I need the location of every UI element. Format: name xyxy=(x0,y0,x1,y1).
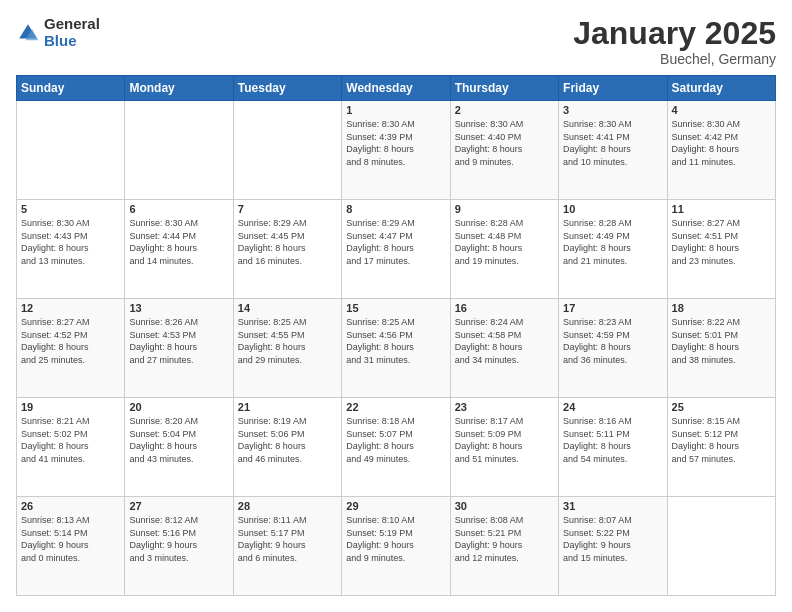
day-cell: 6Sunrise: 8:30 AM Sunset: 4:44 PM Daylig… xyxy=(125,200,233,299)
day-info: Sunrise: 8:18 AM Sunset: 5:07 PM Dayligh… xyxy=(346,415,445,465)
day-cell: 13Sunrise: 8:26 AM Sunset: 4:53 PM Dayli… xyxy=(125,299,233,398)
day-cell: 23Sunrise: 8:17 AM Sunset: 5:09 PM Dayli… xyxy=(450,398,558,497)
logo-general: General xyxy=(44,16,100,33)
weekday-header-monday: Monday xyxy=(125,76,233,101)
page: General Blue January 2025 Buechel, Germa… xyxy=(0,0,792,612)
calendar: SundayMondayTuesdayWednesdayThursdayFrid… xyxy=(16,75,776,596)
day-cell: 31Sunrise: 8:07 AM Sunset: 5:22 PM Dayli… xyxy=(559,497,667,596)
day-cell: 12Sunrise: 8:27 AM Sunset: 4:52 PM Dayli… xyxy=(17,299,125,398)
day-number: 30 xyxy=(455,500,554,512)
day-number: 27 xyxy=(129,500,228,512)
day-info: Sunrise: 8:30 AM Sunset: 4:39 PM Dayligh… xyxy=(346,118,445,168)
day-info: Sunrise: 8:13 AM Sunset: 5:14 PM Dayligh… xyxy=(21,514,120,564)
day-number: 25 xyxy=(672,401,771,413)
week-row-2: 5Sunrise: 8:30 AM Sunset: 4:43 PM Daylig… xyxy=(17,200,776,299)
day-cell: 29Sunrise: 8:10 AM Sunset: 5:19 PM Dayli… xyxy=(342,497,450,596)
day-info: Sunrise: 8:30 AM Sunset: 4:44 PM Dayligh… xyxy=(129,217,228,267)
day-info: Sunrise: 8:30 AM Sunset: 4:42 PM Dayligh… xyxy=(672,118,771,168)
day-number: 26 xyxy=(21,500,120,512)
day-info: Sunrise: 8:22 AM Sunset: 5:01 PM Dayligh… xyxy=(672,316,771,366)
day-number: 10 xyxy=(563,203,662,215)
day-cell xyxy=(667,497,775,596)
day-number: 22 xyxy=(346,401,445,413)
day-info: Sunrise: 8:17 AM Sunset: 5:09 PM Dayligh… xyxy=(455,415,554,465)
day-number: 29 xyxy=(346,500,445,512)
day-info: Sunrise: 8:25 AM Sunset: 4:55 PM Dayligh… xyxy=(238,316,337,366)
calendar-header: SundayMondayTuesdayWednesdayThursdayFrid… xyxy=(17,76,776,101)
day-info: Sunrise: 8:30 AM Sunset: 4:40 PM Dayligh… xyxy=(455,118,554,168)
day-number: 23 xyxy=(455,401,554,413)
day-cell: 11Sunrise: 8:27 AM Sunset: 4:51 PM Dayli… xyxy=(667,200,775,299)
day-cell: 9Sunrise: 8:28 AM Sunset: 4:48 PM Daylig… xyxy=(450,200,558,299)
day-info: Sunrise: 8:12 AM Sunset: 5:16 PM Dayligh… xyxy=(129,514,228,564)
logo: General Blue xyxy=(16,16,100,49)
day-cell: 25Sunrise: 8:15 AM Sunset: 5:12 PM Dayli… xyxy=(667,398,775,497)
month-title: January 2025 xyxy=(573,16,776,51)
day-number: 12 xyxy=(21,302,120,314)
weekday-header-sunday: Sunday xyxy=(17,76,125,101)
day-info: Sunrise: 8:30 AM Sunset: 4:43 PM Dayligh… xyxy=(21,217,120,267)
day-number: 9 xyxy=(455,203,554,215)
logo-text: General Blue xyxy=(44,16,100,49)
logo-icon xyxy=(16,21,40,45)
day-cell: 10Sunrise: 8:28 AM Sunset: 4:49 PM Dayli… xyxy=(559,200,667,299)
week-row-3: 12Sunrise: 8:27 AM Sunset: 4:52 PM Dayli… xyxy=(17,299,776,398)
day-cell: 21Sunrise: 8:19 AM Sunset: 5:06 PM Dayli… xyxy=(233,398,341,497)
day-number: 19 xyxy=(21,401,120,413)
day-cell: 18Sunrise: 8:22 AM Sunset: 5:01 PM Dayli… xyxy=(667,299,775,398)
day-cell: 24Sunrise: 8:16 AM Sunset: 5:11 PM Dayli… xyxy=(559,398,667,497)
day-number: 2 xyxy=(455,104,554,116)
weekday-header-saturday: Saturday xyxy=(667,76,775,101)
day-cell: 8Sunrise: 8:29 AM Sunset: 4:47 PM Daylig… xyxy=(342,200,450,299)
day-cell: 14Sunrise: 8:25 AM Sunset: 4:55 PM Dayli… xyxy=(233,299,341,398)
day-number: 6 xyxy=(129,203,228,215)
day-cell: 16Sunrise: 8:24 AM Sunset: 4:58 PM Dayli… xyxy=(450,299,558,398)
weekday-row: SundayMondayTuesdayWednesdayThursdayFrid… xyxy=(17,76,776,101)
day-info: Sunrise: 8:29 AM Sunset: 4:47 PM Dayligh… xyxy=(346,217,445,267)
header: General Blue January 2025 Buechel, Germa… xyxy=(16,16,776,67)
day-cell: 15Sunrise: 8:25 AM Sunset: 4:56 PM Dayli… xyxy=(342,299,450,398)
day-info: Sunrise: 8:15 AM Sunset: 5:12 PM Dayligh… xyxy=(672,415,771,465)
day-number: 11 xyxy=(672,203,771,215)
day-number: 7 xyxy=(238,203,337,215)
day-info: Sunrise: 8:20 AM Sunset: 5:04 PM Dayligh… xyxy=(129,415,228,465)
day-number: 28 xyxy=(238,500,337,512)
day-cell: 28Sunrise: 8:11 AM Sunset: 5:17 PM Dayli… xyxy=(233,497,341,596)
week-row-4: 19Sunrise: 8:21 AM Sunset: 5:02 PM Dayli… xyxy=(17,398,776,497)
day-cell: 30Sunrise: 8:08 AM Sunset: 5:21 PM Dayli… xyxy=(450,497,558,596)
day-info: Sunrise: 8:16 AM Sunset: 5:11 PM Dayligh… xyxy=(563,415,662,465)
day-info: Sunrise: 8:26 AM Sunset: 4:53 PM Dayligh… xyxy=(129,316,228,366)
weekday-header-friday: Friday xyxy=(559,76,667,101)
day-number: 20 xyxy=(129,401,228,413)
day-number: 17 xyxy=(563,302,662,314)
logo-blue: Blue xyxy=(44,33,100,50)
day-info: Sunrise: 8:23 AM Sunset: 4:59 PM Dayligh… xyxy=(563,316,662,366)
day-cell: 26Sunrise: 8:13 AM Sunset: 5:14 PM Dayli… xyxy=(17,497,125,596)
day-info: Sunrise: 8:27 AM Sunset: 4:51 PM Dayligh… xyxy=(672,217,771,267)
day-info: Sunrise: 8:21 AM Sunset: 5:02 PM Dayligh… xyxy=(21,415,120,465)
day-number: 15 xyxy=(346,302,445,314)
weekday-header-wednesday: Wednesday xyxy=(342,76,450,101)
day-cell: 19Sunrise: 8:21 AM Sunset: 5:02 PM Dayli… xyxy=(17,398,125,497)
day-info: Sunrise: 8:27 AM Sunset: 4:52 PM Dayligh… xyxy=(21,316,120,366)
day-cell: 3Sunrise: 8:30 AM Sunset: 4:41 PM Daylig… xyxy=(559,101,667,200)
day-info: Sunrise: 8:07 AM Sunset: 5:22 PM Dayligh… xyxy=(563,514,662,564)
day-info: Sunrise: 8:10 AM Sunset: 5:19 PM Dayligh… xyxy=(346,514,445,564)
day-cell: 4Sunrise: 8:30 AM Sunset: 4:42 PM Daylig… xyxy=(667,101,775,200)
day-info: Sunrise: 8:28 AM Sunset: 4:48 PM Dayligh… xyxy=(455,217,554,267)
day-cell: 20Sunrise: 8:20 AM Sunset: 5:04 PM Dayli… xyxy=(125,398,233,497)
location: Buechel, Germany xyxy=(573,51,776,67)
week-row-5: 26Sunrise: 8:13 AM Sunset: 5:14 PM Dayli… xyxy=(17,497,776,596)
day-number: 4 xyxy=(672,104,771,116)
day-cell: 22Sunrise: 8:18 AM Sunset: 5:07 PM Dayli… xyxy=(342,398,450,497)
title-area: January 2025 Buechel, Germany xyxy=(573,16,776,67)
day-cell xyxy=(17,101,125,200)
day-cell: 5Sunrise: 8:30 AM Sunset: 4:43 PM Daylig… xyxy=(17,200,125,299)
day-number: 3 xyxy=(563,104,662,116)
day-info: Sunrise: 8:24 AM Sunset: 4:58 PM Dayligh… xyxy=(455,316,554,366)
day-info: Sunrise: 8:30 AM Sunset: 4:41 PM Dayligh… xyxy=(563,118,662,168)
day-number: 13 xyxy=(129,302,228,314)
day-cell: 27Sunrise: 8:12 AM Sunset: 5:16 PM Dayli… xyxy=(125,497,233,596)
day-cell: 1Sunrise: 8:30 AM Sunset: 4:39 PM Daylig… xyxy=(342,101,450,200)
day-cell: 2Sunrise: 8:30 AM Sunset: 4:40 PM Daylig… xyxy=(450,101,558,200)
